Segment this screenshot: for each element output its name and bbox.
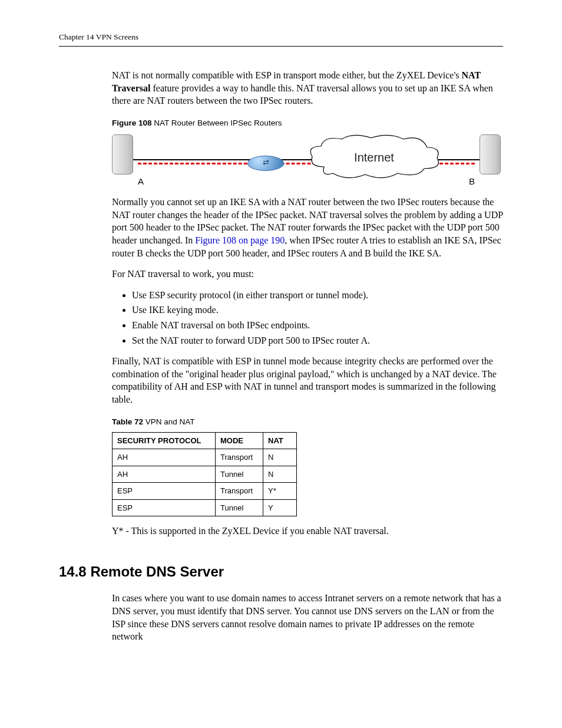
list-item: Set the NAT router to forward UDP port 5…	[132, 334, 503, 347]
table-number: Table 72	[112, 417, 143, 426]
text: NAT is not normally compatible with ESP …	[112, 70, 462, 80]
col-header: MODE	[216, 432, 263, 449]
cell: Y	[263, 499, 297, 516]
col-header: NAT	[263, 432, 297, 449]
cell: Tunnel	[216, 466, 263, 483]
paragraph-ike: Normally you cannot set up an IKE SA wit…	[112, 196, 503, 259]
figure-caption: Figure 108 NAT Router Between IPSec Rout…	[112, 118, 503, 129]
label-b: B	[469, 176, 475, 187]
cell: Y*	[263, 483, 297, 500]
requirement-list: Use ESP security protocol (in either tra…	[112, 289, 503, 347]
figure-diagram: Internet A B	[112, 133, 501, 187]
cell: N	[263, 466, 297, 483]
paragraph-compat: Finally, NAT is compatible with ESP in t…	[112, 355, 503, 406]
paragraph-dns: In cases where you want to use domain na…	[112, 592, 503, 643]
device-a-icon	[112, 134, 133, 174]
table-row: ESP Transport Y*	[113, 483, 297, 500]
list-item: Use IKE keying mode.	[132, 304, 503, 317]
paragraph-intro: NAT is not normally compatible with ESP …	[112, 69, 503, 107]
page-header: Chapter 14 VPN Screens	[59, 32, 503, 47]
cell: ESP	[113, 499, 216, 516]
table-header-row: SECURITY PROTOCOL MODE NAT	[113, 432, 297, 449]
table-row: ESP Tunnel Y	[113, 499, 297, 516]
paragraph-must: For NAT traversal to work, you must:	[112, 268, 503, 281]
figure-title: NAT Router Between IPSec Routers	[152, 118, 282, 127]
text: feature provides a way to handle this. N…	[112, 83, 493, 106]
vpn-nat-table: SECURITY PROTOCOL MODE NAT AH Transport …	[112, 432, 297, 517]
col-header: SECURITY PROTOCOL	[113, 432, 216, 449]
table-row: AH Tunnel N	[113, 466, 297, 483]
list-item: Enable NAT traversal on both IPSec endpo…	[132, 319, 503, 332]
figure-crossref-link[interactable]: Figure 108 on page 190	[195, 235, 285, 245]
cell: AH	[113, 449, 216, 466]
table-caption: Table 72 VPN and NAT	[112, 417, 503, 427]
label-a: A	[138, 176, 144, 187]
cell: Tunnel	[216, 499, 263, 516]
paragraph-footnote: Y* - This is supported in the ZyXEL Devi…	[112, 525, 503, 538]
section-heading: 14.8 Remote DNS Server	[59, 562, 503, 581]
cell: Transport	[216, 449, 263, 466]
list-item: Use ESP security protocol (in either tra…	[132, 289, 503, 302]
table-title: VPN and NAT	[143, 417, 195, 426]
table-row: AH Transport N	[113, 449, 297, 466]
cell: N	[263, 449, 297, 466]
figure-number: Figure 108	[112, 118, 152, 127]
device-b-icon	[480, 134, 501, 174]
nat-router-icon	[247, 156, 284, 171]
cloud-label: Internet	[306, 134, 442, 180]
cell: AH	[113, 466, 216, 483]
internet-cloud-icon: Internet	[306, 134, 442, 180]
cell: ESP	[113, 483, 216, 500]
cell: Transport	[216, 483, 263, 500]
